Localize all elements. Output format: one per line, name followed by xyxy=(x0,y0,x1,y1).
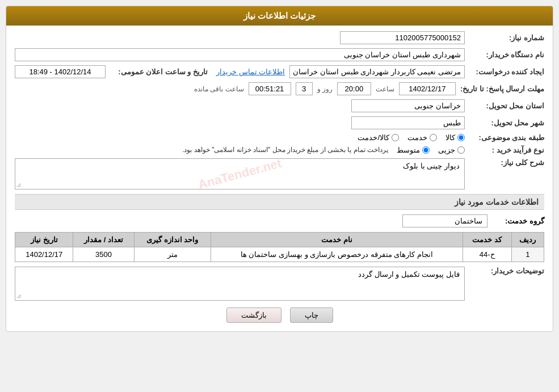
buyer-desc-row: توضیحات خریدار: فایل پیوست تکمیل و ارسال… xyxy=(15,267,544,301)
announce-date-box: 1402/12/14 - 18:49 xyxy=(15,65,106,78)
province-label: استان محل تحویل: xyxy=(465,102,544,110)
needs-table-body: 1 ح-44 انجام کارهای متفرقه درخصوص بازساز… xyxy=(15,247,544,262)
cell-row: 1 xyxy=(511,247,544,262)
col-quantity: تعداد / مقدار xyxy=(73,233,134,247)
deadline-days-label: روز و xyxy=(317,85,333,93)
creator-label: ایجاد کننده درخواست: xyxy=(465,68,544,76)
category-label-kala-khedmat: کالا/خدمت xyxy=(358,133,389,142)
province-input xyxy=(351,99,465,112)
needs-table-header: ردیف کد خدمت نام خدمت واحد اندازه گیری ت… xyxy=(15,233,544,247)
general-desc-box: دیوار چینی با بلوک AnaTender.net ⊿ xyxy=(15,158,465,189)
deadline-remaining-label: ساعت باقی مانده xyxy=(194,85,244,93)
announce-creator-row: ایجاد کننده درخواست: اطلاعات تماس خریدار… xyxy=(15,65,544,78)
cell-date: 1402/12/17 xyxy=(15,247,73,262)
watermark-overlay: AnaTender.net xyxy=(15,159,464,189)
need-number-row: شماره نیاز: xyxy=(15,31,544,44)
card-body: شماره نیاز: نام دستگاه خریدار: ایجاد کنن… xyxy=(6,26,553,331)
services-section-title: اطلاعات خدمات مورد نیاز xyxy=(15,194,544,210)
cell-name: انجام کارهای متفرقه درخصوص بازسازی و بهس… xyxy=(211,247,463,262)
creator-input xyxy=(289,65,465,78)
cell-code: ح-44 xyxy=(463,247,511,262)
need-number-input xyxy=(340,31,465,44)
buyer-desc-box: فایل پیوست تکمیل و ارسال گردد ⊿ xyxy=(15,267,465,301)
general-desc-label: شرح کلی نیاز: xyxy=(465,158,544,167)
purchase-type-row: نوع فرآیند خرید : جزیی متوسط پرداخت تمام… xyxy=(15,146,544,154)
needs-table-header-row: ردیف کد خدمت نام خدمت واحد اندازه گیری ت… xyxy=(15,233,544,247)
category-option-khedmat[interactable]: خدمت xyxy=(407,133,437,142)
needs-table: ردیف کد خدمت نام خدمت واحد اندازه گیری ت… xyxy=(15,232,544,262)
category-label-khedmat: خدمت xyxy=(407,133,427,142)
purchase-type-radio-jozii[interactable] xyxy=(457,146,465,154)
card-header: جزئیات اطلاعات نیاز xyxy=(6,6,553,26)
category-row: طبقه بندی موضوعی: کالا خدمت کالا/خدمت xyxy=(15,133,544,142)
city-label: شهر محل تحویل: xyxy=(465,119,544,127)
deadline-label: مهلت ارسال پاسخ: تا تاریخ: xyxy=(456,85,544,93)
category-option-kala-khedmat[interactable]: کالا/خدمت xyxy=(358,133,399,142)
purchase-type-options: جزیی متوسط پرداخت تمام یا بخشی از مبلغ خ… xyxy=(15,146,465,154)
category-option-kala[interactable]: کالا xyxy=(445,133,465,142)
col-row: ردیف xyxy=(511,233,544,247)
resize-icon: ⊿ xyxy=(16,182,21,188)
announce-date-label: تاریخ و ساعت اعلان عمومی: xyxy=(106,68,208,76)
buyer-desc-area: فایل پیوست تکمیل و ارسال گردد ⊿ xyxy=(15,267,465,301)
col-date: تاریخ نیاز xyxy=(15,233,73,247)
buttons-row: چاپ بازگشت xyxy=(15,307,544,323)
buyer-org-row: نام دستگاه خریدار: xyxy=(15,48,544,61)
creator-area: اطلاعات تماس خریدار xyxy=(216,65,465,78)
purchase-type-label-motevaset: متوسط xyxy=(397,146,420,154)
category-radio-kala-khedmat[interactable] xyxy=(392,134,399,141)
buyer-resize-icon: ⊿ xyxy=(16,293,21,299)
deadline-time: 20:00 xyxy=(337,82,371,95)
category-radio-kala[interactable] xyxy=(457,134,465,141)
need-number-label: شماره نیاز: xyxy=(465,33,544,42)
province-row: استان محل تحویل: xyxy=(15,99,544,112)
need-number-value-container xyxy=(15,31,465,44)
cell-quantity: 3500 xyxy=(73,247,134,262)
province-value-container xyxy=(15,99,465,112)
service-group-label: گروه خدمت: xyxy=(487,217,544,225)
buyer-desc-value: فایل پیوست تکمیل و ارسال گردد xyxy=(358,270,460,279)
cell-unit: متر xyxy=(134,247,211,262)
table-row: 1 ح-44 انجام کارهای متفرقه درخصوص بازساز… xyxy=(15,247,544,262)
purchase-type-radio-motevaset[interactable] xyxy=(422,146,430,154)
back-button[interactable]: بازگشت xyxy=(226,307,281,323)
general-desc-value: دیوار چینی با بلوک xyxy=(403,162,460,170)
deadline-date: 1402/12/17 xyxy=(399,82,456,95)
purchase-type-label: نوع فرآیند خرید : xyxy=(465,146,544,154)
buyer-org-input xyxy=(15,48,465,61)
deadline-remaining: 00:51:21 xyxy=(249,82,291,95)
print-button[interactable]: چاپ xyxy=(290,307,333,323)
buyer-org-label: نام دستگاه خریدار: xyxy=(465,50,544,59)
city-input xyxy=(351,116,465,129)
announce-date-value: 1402/12/14 - 18:49 xyxy=(15,65,106,78)
buyer-org-value-container xyxy=(15,48,465,61)
general-desc-area: دیوار چینی با بلوک AnaTender.net ⊿ xyxy=(15,158,465,189)
deadline-row: مهلت ارسال پاسخ: تا تاریخ: 1402/12/17 سا… xyxy=(15,82,544,95)
col-name: نام خدمت xyxy=(211,233,463,247)
purchase-type-option-jozii[interactable]: جزیی xyxy=(438,146,465,154)
main-card: جزئیات اطلاعات نیاز شماره نیاز: نام دستگ… xyxy=(6,6,553,332)
purchase-type-label-jozii: جزیی xyxy=(438,146,455,154)
deadline-values: 1402/12/17 ساعت 20:00 روز و 3 00:51:21 س… xyxy=(194,82,456,95)
page-title: جزئیات اطلاعات نیاز xyxy=(243,11,316,20)
buyer-desc-label: توضیحات خریدار: xyxy=(465,267,544,275)
col-unit: واحد اندازه گیری xyxy=(134,233,211,247)
page-wrapper: جزئیات اطلاعات نیاز شماره نیاز: نام دستگ… xyxy=(0,0,559,392)
category-radio-khedmat[interactable] xyxy=(430,134,437,141)
city-row: شهر محل تحویل: xyxy=(15,116,544,129)
purchase-type-desc: پرداخت تمام یا بخشی از مبلغ خریداز محل "… xyxy=(15,146,388,154)
deadline-days: 3 xyxy=(296,82,313,95)
service-group-row: گروه خدمت: ساختمان xyxy=(15,214,544,227)
category-label: طبقه بندی موضوعی: xyxy=(465,133,544,142)
creator-link[interactable]: اطلاعات تماس خریدار xyxy=(216,68,285,76)
category-label-kala: کالا xyxy=(445,133,455,142)
city-value-container xyxy=(15,116,465,129)
category-options: کالا خدمت کالا/خدمت xyxy=(358,133,465,142)
watermark-text: AnaTender.net xyxy=(196,159,283,189)
general-desc-row: شرح کلی نیاز: دیوار چینی با بلوک AnaTend… xyxy=(15,158,544,189)
purchase-type-option-motevaset[interactable]: متوسط xyxy=(397,146,430,154)
service-group-value: ساختمان xyxy=(402,214,487,227)
deadline-time-label: ساعت xyxy=(376,85,394,93)
col-code: کد خدمت xyxy=(463,233,511,247)
